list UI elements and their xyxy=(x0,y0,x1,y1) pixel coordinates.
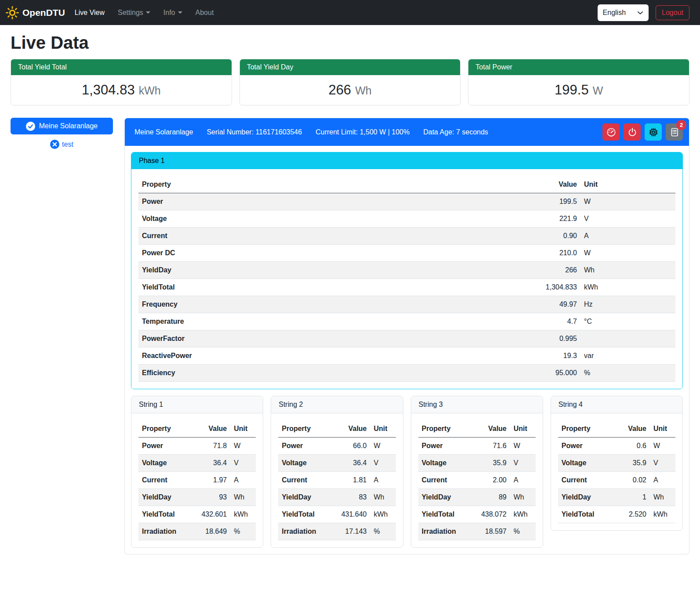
table-row: Current0.90A xyxy=(138,228,675,245)
column-header-value: Value xyxy=(613,420,650,438)
table-row: Current1.97A xyxy=(138,472,256,489)
event-log-button[interactable]: 2 xyxy=(666,123,683,141)
table-row: YieldDay93Wh xyxy=(138,489,256,506)
nav-item-info[interactable]: Info xyxy=(163,9,182,17)
device-info-button[interactable] xyxy=(645,123,662,141)
caret-down-icon xyxy=(146,11,150,14)
card-header: Total Yield Day xyxy=(240,59,461,75)
card-body: 266Wh xyxy=(240,75,461,105)
cpu-icon xyxy=(649,127,658,137)
inverter-actions: 2 xyxy=(602,123,683,141)
navbar: OpenDTU Live View Settings Info About En… xyxy=(0,0,700,25)
table-row: Power71.6W xyxy=(418,438,536,455)
string-4-table: Property Value Unit Power0.6W Voltage35.… xyxy=(558,420,675,523)
nav-links: Live View Settings Info About xyxy=(75,9,214,17)
card-header: Total Power xyxy=(468,59,689,75)
table-row: Power0.6W xyxy=(558,438,675,455)
table-row: YieldDay266Wh xyxy=(138,262,675,279)
table-header-row: Property Value Unit xyxy=(138,420,256,438)
table-row: Power DC210.0W xyxy=(138,245,675,262)
string-card-body: Property Value Unit Power0.6W Voltage35.… xyxy=(551,413,682,523)
language-select[interactable]: English xyxy=(598,4,649,21)
limit-settings-button[interactable] xyxy=(602,123,620,141)
string-card-body: Property Value Unit Power71.6W Voltage35… xyxy=(411,413,543,540)
table-row: YieldTotal432.601kWh xyxy=(138,506,256,523)
phase-table: Property Value Unit Power199.5W Voltage2… xyxy=(138,176,675,382)
table-header-row: Property Value Unit xyxy=(138,176,675,193)
column-header-value: Value xyxy=(193,420,230,438)
inverter-panel: Meine Solaranlage Serial Number: 1161716… xyxy=(124,118,689,554)
table-row: YieldDay89Wh xyxy=(418,489,536,506)
speedometer-icon xyxy=(606,127,616,137)
column-header-property: Property xyxy=(278,420,333,438)
phase-card-header: Phase 1 xyxy=(131,152,682,169)
table-row: Current2.00A xyxy=(418,472,536,489)
table-row: YieldTotal1,304.833kWh xyxy=(138,279,675,296)
inverter-other-label[interactable]: test xyxy=(62,141,73,148)
card-header: Total Yield Total xyxy=(11,59,232,75)
page: OpenDTU Live View Settings Info About En… xyxy=(0,0,700,597)
logout-button[interactable]: Logout xyxy=(656,5,689,20)
string-3-card: String 3 Property Value Unit xyxy=(411,396,543,548)
string-card-body: Property Value Unit Power66.0W Voltage36… xyxy=(271,413,403,540)
total-yield-total-card: Total Yield Total 1,304.83kWh xyxy=(11,59,232,105)
column-header-property: Property xyxy=(138,176,519,193)
string-1-card: String 1 Property Value Unit xyxy=(131,396,263,548)
inverter-limit: Current Limit: 1,500 W | 100% xyxy=(316,128,410,136)
power-button[interactable] xyxy=(624,123,641,141)
total-power-card: Total Power 199.5W xyxy=(468,59,689,105)
table-header-row: Property Value Unit xyxy=(558,420,675,438)
inverter-selected-button[interactable]: Meine Solaranlage xyxy=(11,118,113,134)
inverter-other-item[interactable]: test xyxy=(11,140,113,149)
unit-label: kWh xyxy=(139,84,161,97)
inverter-name: Meine Solaranlage xyxy=(134,128,193,136)
string-card-header: String 4 xyxy=(551,396,682,413)
brand-name: OpenDTU xyxy=(22,7,65,18)
table-header-row: Property Value Unit xyxy=(418,420,536,438)
table-row: Efficiency95.000% xyxy=(138,365,675,382)
inverter-sidebar: Meine Solaranlage test xyxy=(11,118,113,149)
string-card-header: String 3 xyxy=(411,396,543,413)
total-yield-day-card: Total Yield Day 266Wh xyxy=(239,59,461,105)
unit-label: W xyxy=(593,84,603,97)
summary-cards-row: Total Yield Total 1,304.83kWh Total Yiel… xyxy=(11,59,689,105)
brand[interactable]: OpenDTU xyxy=(6,6,65,19)
table-row: Voltage36.4V xyxy=(278,455,395,472)
table-row: Irradiation18.649% xyxy=(138,523,256,540)
unit-label: Wh xyxy=(355,84,372,97)
total-yield-total-value: 1,304.83 xyxy=(82,82,135,98)
table-row: Power71.8W xyxy=(138,438,256,455)
event-count-badge: 2 xyxy=(676,120,686,130)
nav-item-about[interactable]: About xyxy=(196,9,214,17)
total-power-value: 199.5 xyxy=(555,82,589,98)
string-3-table: Property Value Unit Power71.6W Voltage35… xyxy=(418,420,536,540)
nav-item-settings[interactable]: Settings xyxy=(118,9,150,17)
phase-card: Phase 1 Property Value Unit xyxy=(131,152,683,389)
column-header-property: Property xyxy=(138,420,193,438)
table-row: ReactivePower19.3var xyxy=(138,347,675,365)
table-header-row: Property Value Unit xyxy=(278,420,395,438)
page-title: Live Data xyxy=(11,33,689,53)
table-row: Current1.81A xyxy=(278,472,395,489)
column-header-property: Property xyxy=(418,420,473,438)
table-row: PowerFactor0.995 xyxy=(138,330,675,347)
table-row: Voltage35.9V xyxy=(558,455,675,472)
total-yield-day-value: 266 xyxy=(328,82,351,98)
table-row: YieldDay1Wh xyxy=(558,489,675,506)
string-card-header: String 1 xyxy=(131,396,263,413)
string-2-card: String 2 Property Value Unit xyxy=(271,396,403,548)
column-header-value: Value xyxy=(519,176,580,193)
column-header-unit: Unit xyxy=(580,176,675,193)
table-row: Temperature4.7°C xyxy=(138,313,675,330)
nav-item-live-view[interactable]: Live View xyxy=(75,9,105,17)
string-1-table: Property Value Unit Power71.8W Voltage36… xyxy=(138,420,256,540)
column-header-value: Value xyxy=(334,420,370,438)
power-icon xyxy=(627,127,637,137)
column-header-unit: Unit xyxy=(370,420,396,438)
inverter-data-age: Data Age: 7 seconds xyxy=(423,128,488,136)
table-row: YieldDay83Wh xyxy=(278,489,395,506)
caret-down-icon xyxy=(178,11,182,14)
table-row: Voltage221.9V xyxy=(138,210,675,228)
table-row: Irradiation17.143% xyxy=(278,523,395,540)
inverter-panel-header: Meine Solaranlage Serial Number: 1161716… xyxy=(125,118,689,146)
